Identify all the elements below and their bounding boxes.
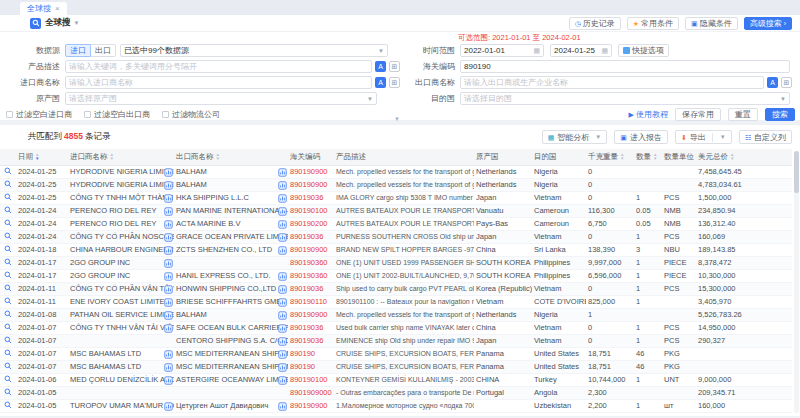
row-magnifier-icon[interactable] [4, 310, 12, 318]
translate-icon[interactable]: A [375, 77, 386, 88]
row-magnifier-icon[interactable] [4, 258, 12, 266]
col-header-importer[interactable]: 进口商名称▲▼ [68, 149, 174, 165]
col-header-usd[interactable]: 美元总价▲▼ [696, 149, 792, 165]
exporter-input[interactable] [460, 76, 764, 89]
tab-global-search[interactable]: 全球搜 × [20, 2, 67, 15]
company-report-icon[interactable] [278, 207, 287, 216]
table-row[interactable]: 2024-01-24PERENCO RIO DEL REYACTA MARINE… [0, 217, 792, 230]
company-report-icon[interactable] [164, 350, 173, 359]
close-icon[interactable]: × [55, 2, 60, 15]
origin-country-select[interactable]: 请选择原产国 ▼ [65, 92, 377, 105]
sort-icon[interactable]: ▲▼ [110, 153, 114, 160]
col-header-qty[interactable]: 数量▲▼ [634, 149, 662, 165]
company-report-icon[interactable] [278, 376, 287, 385]
batch-input-icon[interactable]: ⊞ [781, 77, 792, 88]
table-row[interactable]: 2024-01-07CÔNG TY TNHH VẬN TẢI VIỆT THUẬ… [0, 321, 792, 334]
company-report-icon[interactable] [278, 337, 287, 346]
company-report-icon[interactable] [164, 259, 173, 268]
row-magnifier-icon[interactable] [4, 349, 12, 357]
company-report-icon[interactable] [278, 350, 287, 359]
data-source-select[interactable]: 已选中99个数据源 ▼ [120, 44, 388, 57]
collapse-panel-icon[interactable]: ▼ [394, 116, 400, 122]
filter-logistics-checkbox[interactable]: 过滤物流公司 [162, 109, 220, 120]
company-report-icon[interactable] [164, 246, 173, 255]
hide-conditions-button[interactable]: ▣ 隐藏条件 [685, 17, 738, 30]
scrollbar-thumb[interactable] [794, 151, 799, 193]
company-report-icon[interactable] [164, 220, 173, 229]
app-name[interactable]: 全球搜 [45, 17, 71, 29]
company-report-icon[interactable] [164, 272, 173, 281]
table-row[interactable]: 2024-01-18CHINA HARBOUR ENGINEERING CO L… [0, 243, 792, 256]
table-row[interactable]: 2024-01-07MSC BAHAMAS LTDMSC MEDITERRANE… [0, 360, 792, 373]
date-from-input[interactable]: 2022-01-01 ▦ [460, 44, 544, 57]
company-report-icon[interactable] [278, 324, 287, 333]
row-magnifier-icon[interactable] [4, 271, 12, 279]
company-report-icon[interactable] [278, 402, 287, 411]
product-description-input[interactable] [65, 60, 372, 73]
company-report-icon[interactable] [164, 298, 173, 307]
col-header-exporter[interactable]: 出口商名称▲▼ [174, 149, 288, 165]
table-row[interactable]: 2024-01-24PERENCO RIO DEL REYPAN MARINE … [0, 204, 792, 217]
company-report-icon[interactable] [164, 285, 173, 294]
table-row[interactable]: 2024-01-06MED ÇORLU DENİZCİLİK ANONİM Şİ… [0, 373, 792, 386]
reset-button[interactable]: 重置 [728, 108, 758, 121]
date-to-input[interactable]: 2024-01-25 ▦ [550, 44, 612, 57]
table-row[interactable]: 2024-01-058901909000- Outras embarcações… [0, 386, 792, 399]
company-report-icon[interactable] [164, 324, 173, 333]
save-common-button[interactable]: 保存常用 [675, 108, 721, 121]
filter-blank-importer-checkbox[interactable]: 过滤空白进口商 [6, 109, 72, 120]
company-report-icon[interactable] [278, 363, 287, 372]
table-row[interactable]: 2024-01-25HYDRODIVE NIGERIA LIMITEDBALHA… [0, 178, 792, 191]
row-magnifier-icon[interactable] [4, 232, 12, 240]
company-report-icon[interactable] [164, 207, 173, 216]
row-magnifier-icon[interactable] [4, 193, 12, 201]
company-report-icon[interactable] [278, 220, 287, 229]
batch-input-icon[interactable]: ⊞ [389, 61, 400, 72]
export-button[interactable]: ⬇ 导出 ▼ [675, 130, 732, 144]
table-row[interactable]: 2024-01-11CÔNG TY CỔ PHẦN VẬN TẢI VÀ TIẾ… [0, 282, 792, 295]
enter-report-button[interactable]: ▣ 进入报告 [614, 130, 668, 144]
importer-input[interactable] [65, 76, 372, 89]
sort-icon[interactable]: ▲▼ [216, 153, 220, 160]
company-report-icon[interactable] [164, 311, 173, 320]
favorite-conditions-button[interactable]: ★ 常用条件 [627, 17, 679, 30]
company-report-icon[interactable] [164, 194, 173, 203]
sort-icon[interactable]: ▲▼ [620, 153, 624, 160]
import-toggle[interactable]: 进口 [65, 44, 91, 57]
table-row[interactable]: 2024-01-172GO GROUP INC890190360ONE (1) … [0, 256, 792, 269]
col-header-kg[interactable]: 千克重量▲▼ [586, 149, 634, 165]
company-report-icon[interactable] [278, 246, 287, 255]
company-report-icon[interactable] [164, 168, 173, 177]
table-row[interactable]: 2024-01-25HYDRODIVE NIGERIA LIMITEDBALHA… [0, 165, 792, 178]
custom-columns-button[interactable]: ☷ 自定义列 [739, 130, 792, 144]
company-report-icon[interactable] [164, 402, 173, 411]
row-magnifier-icon[interactable] [4, 375, 12, 383]
filter-blank-exporter-checkbox[interactable]: 过滤空白出口商 [84, 109, 150, 120]
table-row[interactable]: 2024-01-07CENTORO SHIPPING S.A. C/O DAIC… [0, 334, 792, 347]
table-row[interactable]: 2024-01-25CÔNG TY TNHH MỘT THÀNH VIÊN ĐÓ… [0, 191, 792, 204]
row-magnifier-icon[interactable] [4, 323, 12, 331]
vertical-scrollbar[interactable] [794, 151, 799, 413]
table-row[interactable]: 2024-01-172GO GROUP INCHANIL EXPRESS CO.… [0, 269, 792, 282]
row-magnifier-icon[interactable] [4, 401, 12, 409]
table-row[interactable]: 2024-01-08PATHAN OIL SERVICE LIMITEDBALH… [0, 308, 792, 321]
row-magnifier-icon[interactable] [4, 167, 12, 175]
company-report-icon[interactable] [278, 233, 287, 242]
company-report-icon[interactable] [278, 194, 287, 203]
tutorial-link[interactable]: ▶使用教程 [629, 109, 668, 120]
advanced-search-button[interactable]: 高级搜索 › [744, 17, 792, 30]
company-report-icon[interactable] [278, 272, 287, 281]
row-magnifier-icon[interactable] [4, 284, 12, 292]
company-report-icon[interactable] [278, 181, 287, 190]
translate-icon[interactable]: A [375, 61, 386, 72]
hs-code-input[interactable] [460, 60, 790, 73]
table-row[interactable]: 2024-01-07MSC BAHAMAS LTDMSC MEDITERRANE… [0, 347, 792, 360]
company-report-icon[interactable] [278, 285, 287, 294]
quick-options-button[interactable]: 快捷选项 [618, 44, 669, 57]
company-report-icon[interactable] [164, 363, 173, 372]
table-row[interactable]: 2024-01-05TUROPOV UMAR MA'MUR O'G'LIЦету… [0, 399, 792, 412]
row-magnifier-icon[interactable] [4, 219, 12, 227]
batch-input-icon[interactable]: ⊞ [389, 77, 400, 88]
row-magnifier-icon[interactable] [4, 362, 12, 370]
company-report-icon[interactable] [278, 311, 287, 320]
